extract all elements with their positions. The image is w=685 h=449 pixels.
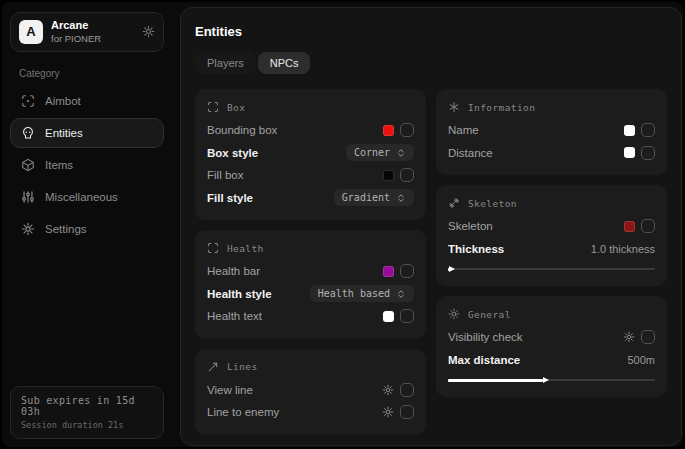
- tab-npcs[interactable]: NPCs: [258, 52, 311, 74]
- card-title: Information: [468, 102, 535, 113]
- health-card: Health Health bar Health style Health ba…: [195, 230, 426, 339]
- gear-icon[interactable]: [382, 384, 394, 396]
- color-swatch[interactable]: [624, 125, 635, 136]
- skull-icon: [21, 126, 35, 140]
- row-label: Visibility check: [448, 331, 523, 343]
- sidebar-item-entities[interactable]: Entities: [10, 118, 164, 148]
- main-panel: Entities Players NPCs Box Bounding box: [180, 7, 682, 446]
- card-title: Skeleton: [468, 198, 517, 209]
- row-label: Fill style: [207, 192, 253, 204]
- asterisk-icon: [448, 101, 460, 113]
- sidebar: A Arcane for PIONER Category Aimbot Enti…: [2, 2, 172, 447]
- color-swatch[interactable]: [624, 221, 635, 232]
- max-distance-slider[interactable]: [448, 374, 655, 386]
- caret-up-down-icon: [396, 193, 406, 203]
- sidebar-item-items[interactable]: Items: [10, 150, 164, 180]
- thickness-slider[interactable]: [448, 263, 655, 275]
- diagonal-line-icon: [207, 361, 219, 373]
- skeleton-checkbox[interactable]: [641, 219, 655, 233]
- entity-tabs: Players NPCs: [195, 52, 667, 74]
- caret-up-down-icon: [396, 289, 406, 299]
- health-style-dropdown[interactable]: Health based: [310, 285, 414, 302]
- distance-row: Distance: [448, 142, 655, 165]
- visibility-check-checkbox[interactable]: [641, 330, 655, 344]
- row-label: Distance: [448, 147, 493, 159]
- gear-icon[interactable]: [382, 406, 394, 418]
- row-label: View line: [207, 384, 253, 396]
- thickness-value: 1.0 thickness: [591, 243, 655, 255]
- gear-icon[interactable]: [142, 25, 155, 38]
- row-label: Thickness: [448, 243, 504, 255]
- max-distance-row: Max distance 500m: [448, 349, 655, 372]
- fill-style-dropdown[interactable]: Gradient: [334, 189, 414, 206]
- sidebar-item-settings[interactable]: Settings: [10, 214, 164, 244]
- color-swatch[interactable]: [383, 125, 394, 136]
- bounding-box-checkbox[interactable]: [400, 123, 414, 137]
- name-checkbox[interactable]: [641, 123, 655, 137]
- color-swatch[interactable]: [383, 170, 394, 181]
- fill-style-row: Fill style Gradient: [207, 187, 414, 210]
- visibility-check-row: Visibility check: [448, 326, 655, 349]
- bone-icon: [448, 197, 460, 209]
- sub-expiry-text: Sub expires in 15d 03h: [21, 395, 153, 417]
- information-card: Information Name Distance: [436, 89, 667, 175]
- page-title: Entities: [195, 24, 667, 39]
- fill-box-checkbox[interactable]: [400, 168, 414, 182]
- view-line-row: View line: [207, 379, 414, 402]
- name-row: Name: [448, 119, 655, 142]
- card-title: Health: [227, 243, 264, 254]
- slider-handle[interactable]: [449, 266, 455, 272]
- card-title: General: [468, 309, 511, 320]
- corners-icon: [207, 242, 219, 254]
- row-label: Health style: [207, 288, 272, 300]
- sidebar-item-label: Aimbot: [45, 95, 81, 107]
- card-title: Lines: [227, 361, 258, 372]
- general-card: General Visibility check Max distance 50…: [436, 296, 667, 397]
- subscription-info: Sub expires in 15d 03h Session duration …: [10, 386, 164, 439]
- box-card: Box Bounding box Box style Corner: [195, 89, 426, 220]
- tab-players[interactable]: Players: [195, 52, 256, 74]
- app-logo: A: [19, 20, 43, 44]
- max-distance-value: 500m: [627, 354, 655, 366]
- sidebar-item-label: Entities: [45, 127, 83, 139]
- sidebar-item-aimbot[interactable]: Aimbot: [10, 86, 164, 116]
- gear-icon: [21, 222, 35, 236]
- row-label: Name: [448, 124, 479, 136]
- skeleton-row: Skeleton: [448, 215, 655, 238]
- crosshair-icon: [21, 94, 35, 108]
- app-name: Arcane: [51, 19, 101, 33]
- health-text-row: Health text: [207, 305, 414, 328]
- health-bar-checkbox[interactable]: [400, 264, 414, 278]
- row-label: Box style: [207, 147, 258, 159]
- slider-handle[interactable]: [543, 377, 549, 383]
- bounding-box-row: Bounding box: [207, 119, 414, 142]
- row-label: Health bar: [207, 265, 260, 277]
- view-line-checkbox[interactable]: [400, 383, 414, 397]
- category-label: Category: [19, 68, 164, 79]
- row-label: Health text: [207, 310, 262, 322]
- box-style-dropdown[interactable]: Corner: [346, 144, 414, 161]
- sidebar-item-label: Items: [45, 159, 73, 171]
- row-label: Bounding box: [207, 124, 277, 136]
- sun-icon: [448, 308, 460, 320]
- color-swatch[interactable]: [624, 147, 635, 158]
- line-to-enemy-checkbox[interactable]: [400, 405, 414, 419]
- card-title: Box: [227, 102, 245, 113]
- thickness-row: Thickness 1.0 thickness: [448, 238, 655, 261]
- row-label: Skeleton: [448, 220, 493, 232]
- box-style-row: Box style Corner: [207, 142, 414, 165]
- line-to-enemy-row: Line to enemy: [207, 401, 414, 424]
- lines-card: Lines View line Line to enemy: [195, 349, 426, 435]
- package-icon: [21, 158, 35, 172]
- skeleton-card: Skeleton Skeleton Thickness 1.0 thicknes…: [436, 185, 667, 286]
- sidebar-item-miscellaneous[interactable]: Miscellaneous: [10, 182, 164, 212]
- gear-icon[interactable]: [623, 331, 635, 343]
- sidebar-item-label: Miscellaneous: [45, 191, 118, 203]
- caret-up-down-icon: [396, 148, 406, 158]
- health-text-checkbox[interactable]: [400, 309, 414, 323]
- distance-checkbox[interactable]: [641, 146, 655, 160]
- color-swatch[interactable]: [383, 266, 394, 277]
- corners-icon: [207, 101, 219, 113]
- row-label: Max distance: [448, 354, 520, 366]
- color-swatch[interactable]: [383, 311, 394, 322]
